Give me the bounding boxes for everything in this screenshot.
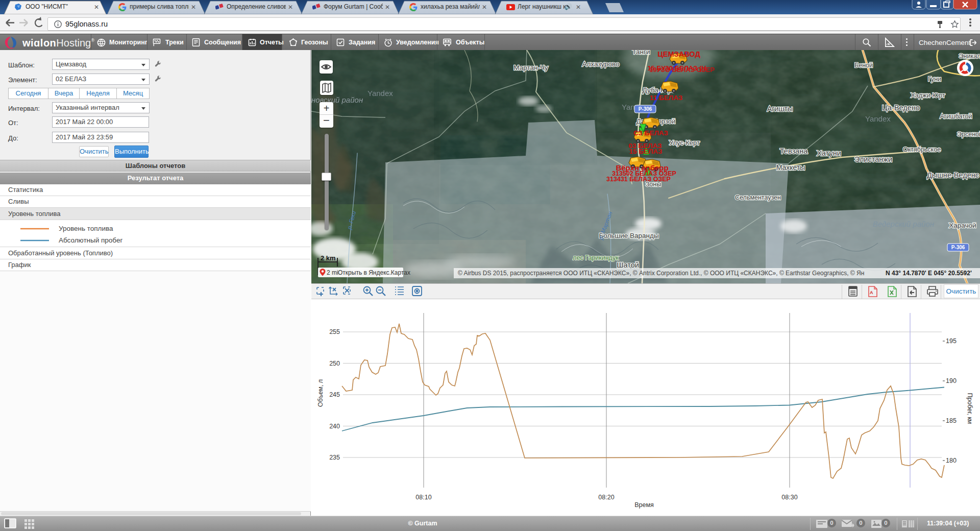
svg-text:Хатуни: Хатуни [817,149,841,157]
svg-text:250: 250 [329,360,340,367]
svg-text:Ца-Ведено: Ца-Ведено [882,104,920,112]
svg-text:Р-306: Р-306 [951,245,965,250]
svg-text:240: 240 [329,423,340,430]
svg-text:245: 245 [329,391,340,398]
svg-text:Yandex: Yandex [865,114,891,123]
svg-text:Тевзана: Тевзана [780,147,808,155]
svg-text:лес Гарикиндук: лес Гарикиндук [573,254,619,261]
svg-text:Пробег, км: Пробег, км [966,393,973,424]
svg-text:2 km: 2 km [321,254,336,262]
svg-text:08:30: 08:30 [781,494,797,501]
svg-text:Эникал: Эникал [959,53,980,60]
svg-text:Сельментаузен: Сельментаузен [735,194,781,201]
svg-text:Гуни: Гуни [928,76,941,83]
svg-text:313431 БЕЛАЗ ОЗЕР: 313431 БЕЛАЗ ОЗЕР [606,176,671,183]
svg-text:Большие Варанды: Большие Варанды [599,232,658,239]
svg-text:Харачой: Харачой [949,222,976,229]
svg-text:Дышне-Веденс: Дышне-Веденс [927,171,979,179]
svg-text:Беной: Беной [854,62,873,69]
svg-text:2 mi: 2 mi [327,269,338,276]
svg-text:Танги: Танги [632,50,650,56]
svg-text:11 БЕЛАЗ: 11 БЕЛАЗ [650,94,682,102]
svg-text:255: 255 [329,328,340,335]
svg-text:19УЗО БЕЛАЗ ОЗЕР: 19УЗО БЕЛАЗ ОЗЕР [649,66,715,74]
svg-text:08:10: 08:10 [415,494,431,501]
svg-text:СЗ БЕЛАЗ: СЗ БЕЛАЗ [633,129,668,137]
svg-text:Эрсеной: Эрсеной [957,131,980,138]
svg-text:Ведерский район: Ведерский район [873,220,934,228]
svg-text:Объем, л: Объем, л [317,379,324,407]
svg-text:Мартан-Чу: Мартан-Чу [513,64,548,71]
svg-text:A: A [870,290,873,295]
svg-text:190: 190 [946,377,957,384]
svg-text:Агишбатой: Агишбатой [940,113,972,120]
svg-text:Р-306: Р-306 [639,106,652,112]
svg-text:Время: Время [634,501,654,509]
svg-text:ЦЕМЗАВОД: ЦЕМЗАВОД [657,50,700,58]
svg-text:Махкеты: Махкеты [776,163,805,172]
svg-text:Октябрьское: Октябрьское [903,146,941,153]
svg-text:185: 185 [946,417,957,424]
svg-text:235: 235 [329,454,340,461]
svg-text:15 БЕЛАЗ: 15 БЕЛАЗ [629,148,662,155]
svg-text:Хаджи-Юрт: Хаджи-Юрт [911,92,945,99]
svg-text:Агишты: Агишты [767,105,793,113]
svg-text:N 43° 14.7870' E 045° 20.5592: N 43° 14.7870' E 045° 20.5592' [886,270,972,277]
svg-text:180: 180 [946,457,957,464]
svg-text:08:20: 08:20 [598,494,614,501]
svg-text:Алхазурово: Алхазурово [582,60,619,68]
svg-text:Открыть в Яндекс.Картах: Открыть в Яндекс.Картах [338,269,410,276]
svg-text:195: 195 [946,337,957,345]
svg-text:Элистанжи: Элистанжи [854,155,892,163]
svg-text:© Airbus DS 2015, распространя: © Airbus DS 2015, распространяется ООО И… [458,270,864,277]
svg-text:Шатой: Шатой [617,261,639,269]
svg-text:Yandex: Yandex [368,89,393,98]
svg-text:Улус-Керт: Улус-Керт [669,139,700,147]
